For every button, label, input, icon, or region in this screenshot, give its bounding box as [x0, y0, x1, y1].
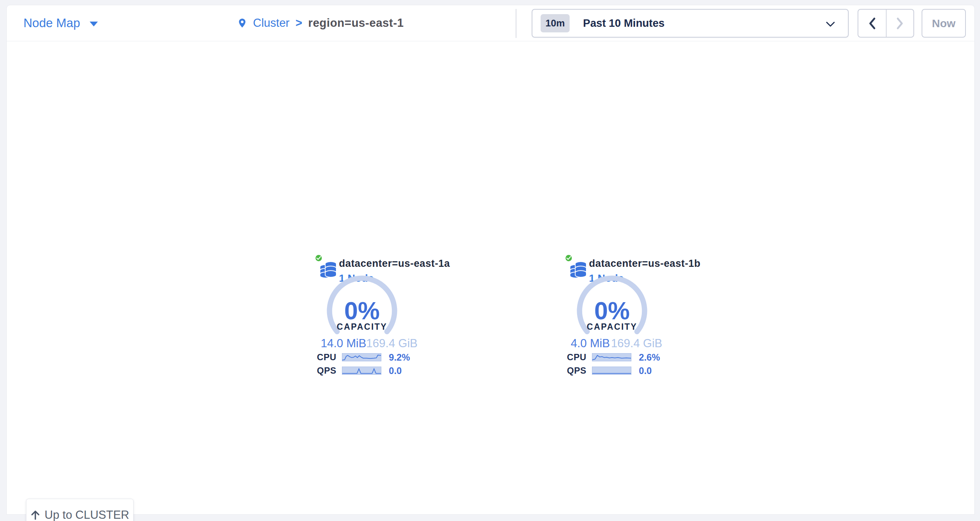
time-range-badge: 10m [541, 14, 570, 32]
qps-sparkline [592, 366, 632, 375]
capacity-values: 4.0 MiB 169.4 GiB [571, 337, 662, 350]
cpu-metric-row: CPU 2.6% [565, 353, 660, 362]
capacity-usable: 169.4 GiB [611, 337, 662, 350]
locality-title: datacenter=us-east-1b [589, 258, 701, 269]
cpu-sparkline [592, 353, 632, 361]
qps-sparkline [342, 366, 381, 375]
cpu-value: 9.2% [389, 352, 410, 363]
healthy-check-icon [315, 254, 323, 262]
capacity-used: 14.0 MiB [321, 337, 366, 350]
capacity-percent: 0% [577, 296, 648, 325]
cpu-value: 2.6% [639, 352, 660, 363]
up-to-cluster-label: Up to CLUSTER [45, 508, 129, 521]
locality-card-us-east-1b[interactable]: datacenter=us-east-1b 1 Node 0% CAPACITY… [565, 254, 706, 377]
cpu-metric-row: CPU 9.2% [315, 353, 410, 362]
chevron-right-icon [896, 17, 904, 30]
up-to-cluster-button[interactable]: Up to CLUSTER [26, 499, 134, 521]
capacity-caption: CAPACITY [577, 322, 648, 332]
qps-value: 0.0 [389, 365, 402, 376]
qps-label: QPS [565, 365, 586, 376]
chevron-down-icon [826, 21, 835, 27]
healthy-check-icon [565, 254, 573, 262]
node-map-panel: Node Map Cluster > region=us-east-1 10m … [6, 5, 975, 515]
capacity-percent: 0% [327, 296, 397, 325]
capacity-values: 14.0 MiB 169.4 GiB [321, 337, 412, 350]
capacity-caption: CAPACITY [327, 322, 397, 332]
chevron-left-icon [868, 17, 876, 30]
now-button[interactable]: Now [921, 9, 966, 38]
node-map-canvas: datacenter=us-east-1a 1 Node 0% CAPACITY… [7, 41, 974, 515]
arrow-up-icon [30, 510, 40, 520]
view-mode-label: Node Map [24, 16, 80, 30]
top-bar: Node Map Cluster > region=us-east-1 10m … [7, 5, 974, 41]
time-nav-group [858, 9, 914, 38]
capacity-usable: 169.4 GiB [366, 337, 417, 350]
cpu-sparkline [342, 353, 381, 361]
breadcrumb-current-locality: region=us-east-1 [308, 16, 404, 30]
time-back-button[interactable] [858, 10, 886, 37]
breadcrumb-cluster-link[interactable]: Cluster [253, 16, 290, 30]
map-pin-icon [237, 16, 247, 30]
qps-metric-row: QPS 0.0 [565, 366, 652, 375]
breadcrumb-separator: > [296, 16, 302, 30]
breadcrumb: Cluster > region=us-east-1 [237, 5, 404, 41]
qps-value: 0.0 [639, 365, 652, 376]
time-range-dropdown[interactable]: 10m Past 10 Minutes [532, 9, 849, 38]
time-range-label: Past 10 Minutes [583, 17, 665, 29]
header-divider [515, 9, 516, 38]
capacity-used: 4.0 MiB [571, 337, 610, 350]
qps-metric-row: QPS 0.0 [315, 366, 402, 375]
time-forward-button[interactable] [886, 10, 913, 37]
qps-label: QPS [315, 365, 336, 376]
locality-card-us-east-1a[interactable]: datacenter=us-east-1a 1 Node 0% CAPACITY… [315, 254, 456, 377]
locality-title: datacenter=us-east-1a [339, 258, 450, 269]
cpu-label: CPU [565, 352, 586, 362]
caret-down-icon [90, 22, 98, 26]
view-mode-dropdown[interactable]: Node Map [24, 5, 98, 41]
cpu-label: CPU [315, 352, 336, 362]
